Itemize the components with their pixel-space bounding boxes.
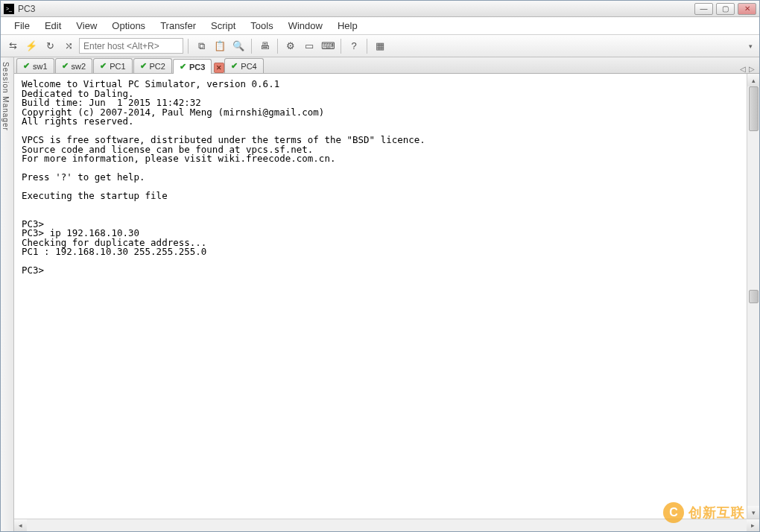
tab-pc4[interactable]: ✔PC4 <box>224 58 263 73</box>
tab-sw1[interactable]: ✔sw1 <box>16 58 54 73</box>
tab-sw2[interactable]: ✔sw2 <box>55 58 93 73</box>
hscroll-track[interactable] <box>27 519 747 531</box>
app-window: PC3 — ▢ ✕ File Edit View Options Transfe… <box>0 0 760 532</box>
tab-close-button[interactable]: ✕ <box>214 63 224 73</box>
minimize-button[interactable]: — <box>694 3 713 15</box>
terminal-wrap: Welcome to Virtual PC Simulator, version… <box>14 74 759 519</box>
menu-bar: File Edit View Options Transfer Script T… <box>1 17 759 35</box>
title-bar: PC3 — ▢ ✕ <box>1 1 759 17</box>
tab-prev-icon[interactable]: ◁ <box>740 65 746 73</box>
tab-label: sw2 <box>72 62 86 71</box>
help-icon[interactable]: ? <box>346 38 362 54</box>
tab-label: PC4 <box>241 62 256 71</box>
tab-label: PC3 <box>189 63 205 72</box>
scroll-thumb[interactable] <box>749 86 759 131</box>
menu-view[interactable]: View <box>69 18 104 34</box>
tab-next-icon[interactable]: ▷ <box>749 65 755 73</box>
keyboard-icon[interactable]: ⌨ <box>320 38 336 54</box>
check-icon: ✔ <box>231 61 238 71</box>
window-controls: — ▢ ✕ <box>694 3 756 15</box>
find-icon[interactable]: 🔍 <box>230 38 247 54</box>
host-input[interactable] <box>79 38 183 54</box>
session-options-icon[interactable]: ▭ <box>301 38 317 54</box>
toolbar-separator <box>277 39 278 54</box>
toolbar-separator <box>188 39 189 54</box>
menu-window[interactable]: Window <box>281 18 330 34</box>
menu-tools[interactable]: Tools <box>243 18 280 34</box>
main-area: ✔sw1 ✔sw2 ✔PC1 ✔PC2 ✔PC3 ✕ ✔PC4 ◁ ▷ Welc… <box>14 57 759 531</box>
toolbar-separator <box>251 39 252 54</box>
tab-pc2[interactable]: ✔PC2 <box>133 58 172 73</box>
check-icon: ✔ <box>180 62 186 72</box>
horizontal-scrollbar[interactable]: ◂ ▸ <box>14 519 759 531</box>
menu-options[interactable]: Options <box>104 18 153 34</box>
watermark-icon: C <box>663 502 684 523</box>
tab-pc3[interactable]: ✔PC3 <box>173 59 212 74</box>
menu-script[interactable]: Script <box>203 18 243 34</box>
terminal-output[interactable]: Welcome to Virtual PC Simulator, version… <box>14 74 747 519</box>
scroll-left-icon[interactable]: ◂ <box>14 519 27 531</box>
tab-pc1[interactable]: ✔PC1 <box>93 58 132 73</box>
tab-bar: ✔sw1 ✔sw2 ✔PC1 ✔PC2 ✔PC3 ✕ ✔PC4 ◁ ▷ <box>14 57 759 74</box>
menu-file[interactable]: File <box>7 18 37 34</box>
toolbar: ⇆ ⚡ ↻ ⤭ ⧉ 📋 🔍 🖶 ⚙ ▭ ⌨ ? ▦ ▾ <box>1 35 759 57</box>
close-button[interactable]: ✕ <box>738 3 756 15</box>
watermark-text: 创新互联 <box>688 504 745 522</box>
scroll-up-icon[interactable]: ▴ <box>747 74 759 86</box>
content-row: Session Manager ✔sw1 ✔sw2 ✔PC1 ✔PC2 ✔PC3… <box>1 57 759 531</box>
app-icon <box>4 4 14 14</box>
check-icon: ✔ <box>23 61 30 71</box>
connect-icon[interactable]: ⇆ <box>4 38 21 54</box>
paste-icon[interactable]: 📋 <box>212 38 228 54</box>
check-icon: ✔ <box>100 61 107 71</box>
tab-label: PC2 <box>150 62 165 71</box>
scroll-thumb-marker[interactable] <box>749 290 759 303</box>
toolbar-separator <box>367 39 367 54</box>
print-icon[interactable]: 🖶 <box>256 38 273 54</box>
watermark: C 创新互联 <box>663 502 745 523</box>
maximize-button[interactable]: ▢ <box>716 3 735 15</box>
window-title: PC3 <box>18 4 694 14</box>
quick-connect-icon[interactable]: ⚡ <box>23 38 39 54</box>
copy-icon[interactable]: ⧉ <box>193 38 209 54</box>
tab-nav: ◁ ▷ <box>740 65 759 73</box>
check-icon: ✔ <box>62 61 69 71</box>
vertical-scrollbar[interactable]: ▴ ▾ <box>747 74 759 519</box>
menu-transfer[interactable]: Transfer <box>153 18 203 34</box>
scroll-right-icon[interactable]: ▸ <box>747 519 759 531</box>
options-icon[interactable]: ⚙ <box>282 38 299 54</box>
menu-help[interactable]: Help <box>330 18 365 34</box>
check-icon: ✔ <box>140 61 147 71</box>
menu-edit[interactable]: Edit <box>37 18 69 34</box>
tab-label: PC1 <box>110 62 125 71</box>
tab-label: sw1 <box>33 62 48 71</box>
session-manager-tab[interactable]: Session Manager <box>1 57 14 531</box>
disconnect-icon[interactable]: ⤭ <box>60 38 77 54</box>
toolbar-separator <box>341 39 341 54</box>
scroll-down-icon[interactable]: ▾ <box>747 506 759 519</box>
extra-icon[interactable]: ▦ <box>372 38 388 54</box>
reconnect-icon[interactable]: ↻ <box>42 38 58 54</box>
toolbar-overflow-icon[interactable]: ▾ <box>749 42 756 50</box>
